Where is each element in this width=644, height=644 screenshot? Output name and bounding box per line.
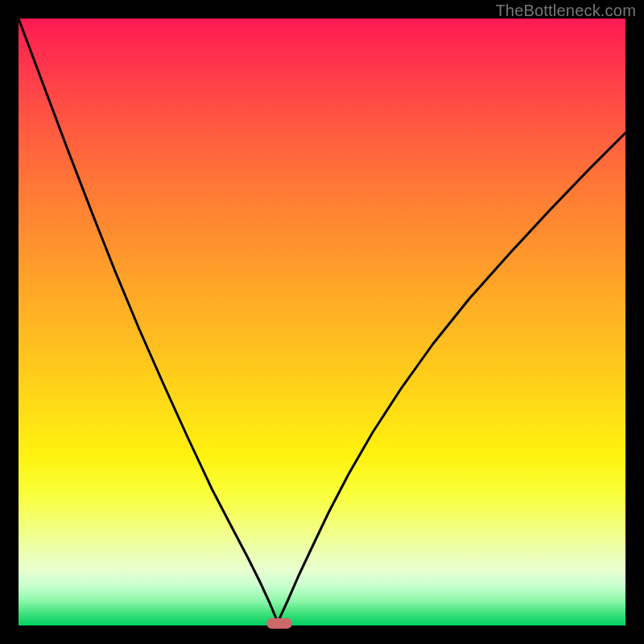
curve-path (19, 19, 625, 622)
chart-frame: TheBottleneck.com (0, 0, 644, 644)
bottleneck-curve (19, 19, 625, 625)
optimum-marker (266, 618, 292, 629)
plot-area (19, 19, 625, 625)
watermark-text: TheBottleneck.com (495, 2, 636, 20)
